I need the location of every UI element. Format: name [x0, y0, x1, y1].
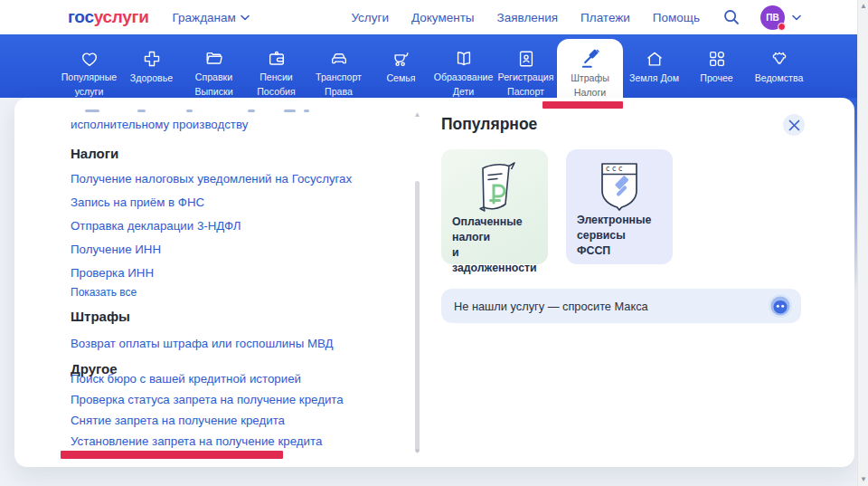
clipped-text-fragment: [137, 110, 146, 112]
clipped-text-fragment: [304, 110, 309, 112]
clipped-text-fragment: [85, 110, 99, 112]
card-label: Электронные сервисы ФССП: [577, 213, 662, 259]
profile-menu[interactable]: ПВ: [760, 5, 801, 30]
clipped-text-fragment: [284, 110, 296, 112]
audience-label: Гражданам: [173, 11, 236, 24]
top-nav: Услуги Документы Заявления Платежи Помощ…: [351, 11, 700, 24]
service-link-fine-refund[interactable]: Возврат оплаты штрафа или госпошлины МВД: [71, 337, 334, 353]
category-row: Популярные услуги Здоровье Справки Выпис…: [58, 34, 810, 98]
nav-link-services[interactable]: Услуги: [351, 11, 389, 24]
category-tab-pensions[interactable]: Пенсии Пособия: [245, 34, 307, 98]
service-link-check-inn[interactable]: Проверка ИНН: [71, 266, 154, 282]
category-tab-agencies[interactable]: Ведомства: [748, 34, 810, 98]
annotation-underline-fines-taxes-tab: [542, 101, 623, 109]
annotation-underline-credit-ban-link: [61, 451, 283, 459]
folder-icon: [204, 48, 224, 69]
panel-scroll-up-arrow[interactable]: ▲: [413, 110, 421, 119]
notification-dot: [778, 23, 786, 31]
avatar-initials: ПВ: [766, 13, 778, 23]
gosuslugi-logo[interactable]: госуслуги: [68, 7, 149, 27]
category-tab-health[interactable]: Здоровье: [120, 34, 183, 98]
category-tab-transport[interactable]: Транспорт Права: [307, 34, 370, 98]
nav-link-payments[interactable]: Платежи: [580, 11, 630, 24]
svg-text:с с с: с с с: [606, 165, 622, 173]
popular-title: Популярное: [441, 115, 537, 134]
service-link-get-inn[interactable]: Получение ИНН: [71, 243, 161, 259]
eagle-emblem-icon: [769, 48, 789, 70]
card-paid-taxes[interactable]: Оплаченные налоги и задолженности: [441, 149, 548, 264]
logo-part-blue: гос: [68, 7, 94, 26]
grid-icon: [707, 48, 727, 70]
chevron-down-icon: [792, 14, 801, 21]
nav-link-documents[interactable]: Документы: [411, 11, 475, 24]
category-tab-registration[interactable]: Регистрация Паспорт: [495, 34, 557, 98]
wallet-icon: [267, 48, 287, 69]
service-link-3ndfl-declaration[interactable]: Отправка декларации 3-НДФЛ: [71, 219, 241, 235]
card-label: Оплаченные налоги и задолженности: [452, 214, 537, 276]
gavel-icon: [580, 48, 601, 70]
category-tab-certificates[interactable]: Справки Выписки: [183, 34, 245, 98]
car-icon: [329, 48, 349, 69]
gosuslugi-page: госуслуги Гражданам Услуги Документы Зая…: [0, 0, 868, 486]
service-link-credit-ban-set[interactable]: Установление запрета на получение кредит…: [71, 434, 322, 451]
search-icon[interactable]: [722, 8, 741, 26]
show-all-link[interactable]: Показать все: [71, 286, 137, 302]
category-tab-popular[interactable]: Популярные услуги: [58, 34, 120, 98]
medical-cross-icon: [142, 48, 162, 70]
house-icon: [645, 48, 665, 70]
category-tab-other[interactable]: Прочее: [685, 34, 748, 98]
heart-icon: [80, 48, 99, 69]
nav-link-applications[interactable]: Заявления: [497, 11, 559, 24]
category-tab-fines-taxes[interactable]: Штрафы Налоги: [557, 39, 623, 98]
category-bar: Популярные услуги Здоровье Справки Выпис…: [0, 34, 857, 98]
robot-icon: [769, 294, 792, 318]
card-fssp-services[interactable]: с с с Электронные сервисы ФССП: [566, 149, 673, 264]
logo-part-red: услуги: [94, 7, 149, 26]
category-tab-land-home[interactable]: Земля Дом: [623, 34, 685, 98]
receipt-ruble-icon: [469, 160, 520, 214]
scrollbar-up-arrow[interactable]: ▲: [858, 1, 868, 12]
section-title-taxes: Налоги: [71, 146, 118, 161]
fssp-shield-icon: с с с: [595, 160, 644, 213]
chevron-down-icon: [241, 14, 250, 21]
category-dropdown-panel: исполнительному производству Налоги Полу…: [14, 98, 854, 467]
assistant-banner-text: Не нашли услугу — спросите Макса: [454, 300, 648, 313]
service-link-credit-bureau[interactable]: Поиск бюро с вашей кредитной историей: [71, 372, 301, 388]
id-card-icon: [516, 48, 536, 69]
stroller-icon: [392, 48, 411, 70]
page-scrollbar[interactable]: ▲ ▼: [857, 0, 868, 486]
assistant-banner[interactable]: Не нашли услугу — спросите Макса: [441, 289, 801, 323]
category-tab-family[interactable]: Семья: [370, 34, 432, 98]
clipped-text-fragment: [186, 110, 193, 112]
service-link-tax-notifications[interactable]: Получение налоговых уведомлений на Госус…: [71, 172, 352, 188]
popular-cards: Оплаченные налоги и задолженности с с с: [441, 149, 673, 264]
panel-scroll-down-arrow[interactable]: ▼: [413, 447, 421, 455]
scrollbar-down-arrow[interactable]: ▼: [858, 474, 868, 485]
panel-scrollbar[interactable]: [415, 181, 420, 453]
avatar[interactable]: ПВ: [760, 5, 785, 30]
clipped-text-fragment: [248, 110, 255, 112]
service-link-credit-ban-status[interactable]: Проверка статуса запрета на получение кр…: [71, 393, 344, 409]
service-link-credit-ban-removal[interactable]: Снятие запрета на получение кредита: [71, 414, 285, 430]
service-link-enforcement-proceedings[interactable]: исполнительному производству: [71, 118, 248, 131]
open-book-icon: [454, 48, 474, 69]
services-column: исполнительному производству Налоги Полу…: [71, 98, 425, 467]
audience-selector[interactable]: Гражданам: [173, 11, 250, 24]
service-link-fns-appointment[interactable]: Запись на приём в ФНС: [71, 195, 204, 212]
close-icon[interactable]: [783, 114, 805, 136]
section-title-fines: Штрафы: [71, 309, 130, 324]
category-tab-education[interactable]: Образование Дети: [432, 34, 495, 98]
top-header: госуслуги Гражданам Услуги Документы Зая…: [0, 0, 857, 34]
nav-link-help[interactable]: Помощь: [653, 11, 700, 24]
